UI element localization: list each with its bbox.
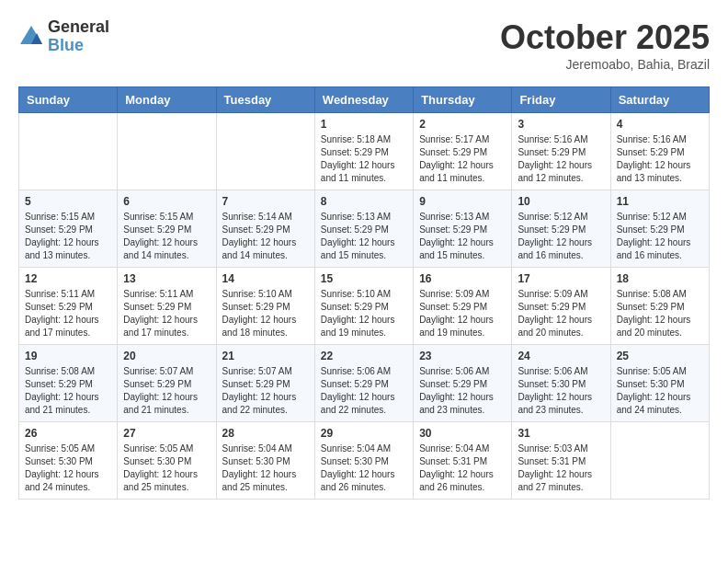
day-number: 6: [123, 195, 210, 208]
calendar-week-row: 26Sunrise: 5:05 AMSunset: 5:30 PMDayligh…: [19, 422, 710, 500]
day-info: Sunrise: 5:16 AMSunset: 5:29 PMDaylight:…: [617, 133, 703, 185]
calendar-cell: 26Sunrise: 5:05 AMSunset: 5:30 PMDayligh…: [19, 422, 118, 500]
logo: General Blue: [18, 18, 109, 55]
day-number: 28: [222, 427, 309, 440]
logo-general-text: General: [48, 18, 109, 37]
calendar-cell: 6Sunrise: 5:15 AMSunset: 5:29 PMDaylight…: [118, 190, 216, 268]
day-number: 31: [518, 427, 604, 440]
day-number: 19: [25, 350, 111, 362]
calendar-week-row: 12Sunrise: 5:11 AMSunset: 5:29 PMDayligh…: [19, 268, 710, 345]
calendar-cell: 4Sunrise: 5:16 AMSunset: 5:29 PMDaylight…: [610, 113, 709, 190]
weekday-header-sunday: Sunday: [19, 87, 118, 113]
day-number: 3: [518, 118, 604, 131]
day-number: 24: [518, 350, 604, 362]
day-info: Sunrise: 5:11 AMSunset: 5:29 PMDaylight:…: [123, 288, 210, 339]
day-number: 9: [419, 195, 506, 208]
day-info: Sunrise: 5:15 AMSunset: 5:29 PMDaylight:…: [25, 211, 111, 262]
calendar-cell: 31Sunrise: 5:03 AMSunset: 5:31 PMDayligh…: [512, 422, 610, 500]
day-info: Sunrise: 5:05 AMSunset: 5:30 PMDaylight:…: [617, 365, 703, 417]
day-info: Sunrise: 5:06 AMSunset: 5:30 PMDaylight:…: [518, 365, 604, 417]
calendar-cell: 19Sunrise: 5:08 AMSunset: 5:29 PMDayligh…: [19, 345, 118, 422]
day-info: Sunrise: 5:07 AMSunset: 5:29 PMDaylight:…: [123, 365, 210, 417]
day-number: 14: [222, 272, 309, 285]
day-info: Sunrise: 5:05 AMSunset: 5:30 PMDaylight:…: [25, 442, 111, 494]
day-number: 30: [419, 427, 506, 440]
title-block: October 2025 Jeremoabo, Bahia, Brazil: [500, 18, 710, 72]
day-info: Sunrise: 5:13 AMSunset: 5:29 PMDaylight:…: [419, 211, 506, 262]
weekday-header-tuesday: Tuesday: [216, 87, 314, 113]
calendar-cell: 15Sunrise: 5:10 AMSunset: 5:29 PMDayligh…: [314, 268, 413, 345]
calendar-cell: 25Sunrise: 5:05 AMSunset: 5:30 PMDayligh…: [610, 345, 709, 422]
day-number: 8: [321, 195, 407, 208]
calendar-table: SundayMondayTuesdayWednesdayThursdayFrid…: [18, 86, 710, 500]
logo-blue-text: Blue: [48, 37, 109, 55]
day-number: 18: [617, 272, 703, 285]
calendar-cell: 27Sunrise: 5:05 AMSunset: 5:30 PMDayligh…: [118, 422, 216, 500]
day-number: 4: [617, 118, 703, 131]
day-number: 23: [419, 350, 506, 362]
calendar-cell: [19, 113, 118, 190]
calendar-cell: 22Sunrise: 5:06 AMSunset: 5:29 PMDayligh…: [314, 345, 413, 422]
day-info: Sunrise: 5:08 AMSunset: 5:29 PMDaylight:…: [617, 288, 703, 339]
weekday-header-saturday: Saturday: [610, 87, 709, 113]
day-number: 25: [617, 350, 703, 362]
calendar-week-row: 1Sunrise: 5:18 AMSunset: 5:29 PMDaylight…: [19, 113, 710, 190]
day-info: Sunrise: 5:08 AMSunset: 5:29 PMDaylight:…: [25, 365, 111, 417]
calendar-cell: 23Sunrise: 5:06 AMSunset: 5:29 PMDayligh…: [414, 345, 512, 422]
day-info: Sunrise: 5:18 AMSunset: 5:29 PMDaylight:…: [321, 133, 407, 185]
day-number: 17: [518, 272, 604, 285]
day-number: 11: [617, 195, 703, 208]
day-info: Sunrise: 5:07 AMSunset: 5:29 PMDaylight:…: [222, 365, 309, 417]
day-info: Sunrise: 5:04 AMSunset: 5:30 PMDaylight:…: [321, 442, 407, 494]
calendar-cell: [216, 113, 314, 190]
day-number: 21: [222, 350, 309, 362]
day-info: Sunrise: 5:11 AMSunset: 5:29 PMDaylight:…: [25, 288, 111, 339]
calendar-cell: 12Sunrise: 5:11 AMSunset: 5:29 PMDayligh…: [19, 268, 118, 345]
calendar-cell: 29Sunrise: 5:04 AMSunset: 5:30 PMDayligh…: [314, 422, 413, 500]
day-number: 1: [321, 118, 407, 131]
calendar-cell: 10Sunrise: 5:12 AMSunset: 5:29 PMDayligh…: [512, 190, 610, 268]
location-text: Jeremoabo, Bahia, Brazil: [500, 57, 710, 72]
day-number: 13: [123, 272, 210, 285]
day-info: Sunrise: 5:06 AMSunset: 5:29 PMDaylight:…: [419, 365, 506, 417]
day-info: Sunrise: 5:09 AMSunset: 5:29 PMDaylight:…: [518, 288, 604, 339]
day-number: 2: [419, 118, 506, 131]
calendar-cell: 11Sunrise: 5:12 AMSunset: 5:29 PMDayligh…: [610, 190, 709, 268]
day-number: 29: [321, 427, 407, 440]
day-info: Sunrise: 5:17 AMSunset: 5:29 PMDaylight:…: [419, 133, 506, 185]
calendar-cell: [610, 422, 709, 500]
calendar-cell: 17Sunrise: 5:09 AMSunset: 5:29 PMDayligh…: [512, 268, 610, 345]
day-info: Sunrise: 5:05 AMSunset: 5:30 PMDaylight:…: [123, 442, 210, 494]
calendar-cell: 28Sunrise: 5:04 AMSunset: 5:30 PMDayligh…: [216, 422, 314, 500]
page-header: General Blue October 2025 Jeremoabo, Bah…: [18, 18, 710, 72]
calendar-cell: 21Sunrise: 5:07 AMSunset: 5:29 PMDayligh…: [216, 345, 314, 422]
day-number: 22: [321, 350, 407, 362]
calendar-cell: 30Sunrise: 5:04 AMSunset: 5:31 PMDayligh…: [414, 422, 512, 500]
day-number: 26: [25, 427, 111, 440]
calendar-week-row: 5Sunrise: 5:15 AMSunset: 5:29 PMDaylight…: [19, 190, 710, 268]
day-info: Sunrise: 5:10 AMSunset: 5:29 PMDaylight:…: [321, 288, 407, 339]
day-info: Sunrise: 5:10 AMSunset: 5:29 PMDaylight:…: [222, 288, 309, 339]
calendar-cell: 7Sunrise: 5:14 AMSunset: 5:29 PMDaylight…: [216, 190, 314, 268]
day-info: Sunrise: 5:12 AMSunset: 5:29 PMDaylight:…: [617, 211, 703, 262]
day-number: 10: [518, 195, 604, 208]
day-info: Sunrise: 5:13 AMSunset: 5:29 PMDaylight:…: [321, 211, 407, 262]
calendar-cell: 20Sunrise: 5:07 AMSunset: 5:29 PMDayligh…: [118, 345, 216, 422]
day-info: Sunrise: 5:06 AMSunset: 5:29 PMDaylight:…: [321, 365, 407, 417]
weekday-header-wednesday: Wednesday: [314, 87, 413, 113]
calendar-cell: 14Sunrise: 5:10 AMSunset: 5:29 PMDayligh…: [216, 268, 314, 345]
day-number: 15: [321, 272, 407, 285]
day-number: 7: [222, 195, 309, 208]
month-title: October 2025: [500, 18, 710, 57]
day-number: 27: [123, 427, 210, 440]
calendar-cell: 18Sunrise: 5:08 AMSunset: 5:29 PMDayligh…: [610, 268, 709, 345]
weekday-header-thursday: Thursday: [414, 87, 512, 113]
weekday-header-row: SundayMondayTuesdayWednesdayThursdayFrid…: [19, 87, 710, 113]
calendar-cell: 8Sunrise: 5:13 AMSunset: 5:29 PMDaylight…: [314, 190, 413, 268]
day-number: 12: [25, 272, 111, 285]
calendar-cell: 2Sunrise: 5:17 AMSunset: 5:29 PMDaylight…: [414, 113, 512, 190]
calendar-cell: 5Sunrise: 5:15 AMSunset: 5:29 PMDaylight…: [19, 190, 118, 268]
logo-icon: [18, 24, 44, 50]
calendar-cell: 1Sunrise: 5:18 AMSunset: 5:29 PMDaylight…: [314, 113, 413, 190]
calendar-cell: [118, 113, 216, 190]
